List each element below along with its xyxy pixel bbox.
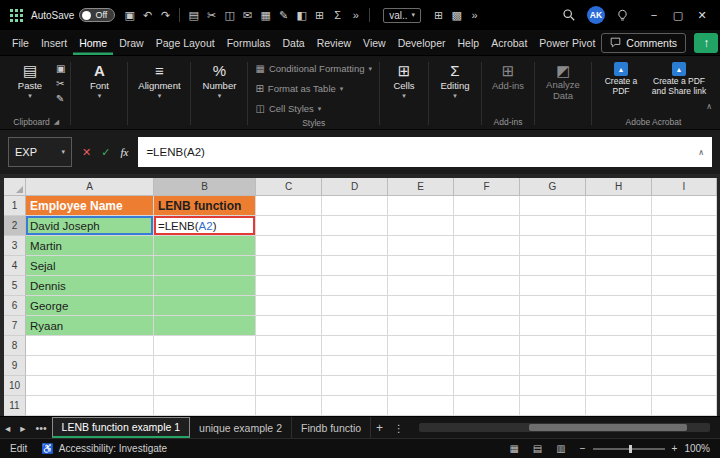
save-icon[interactable]: ▣: [121, 10, 138, 21]
format-painter-icon[interactable]: ✎: [56, 93, 65, 104]
cell-A7[interactable]: Ryaan: [26, 316, 154, 336]
cell-C10[interactable]: [256, 376, 322, 396]
ribbon-tab-power-pivot[interactable]: Power Pivot: [533, 30, 601, 55]
row-header-5[interactable]: 5: [4, 276, 26, 296]
cell-D1[interactable]: [322, 196, 388, 216]
cell-A5[interactable]: Dennis: [26, 276, 154, 296]
cell-E10[interactable]: [388, 376, 454, 396]
sheet-overflow-icon[interactable]: •••: [31, 417, 52, 438]
ribbon-tab-data[interactable]: Data: [276, 30, 310, 55]
sheet-tab-findb-functio[interactable]: Findb functio: [292, 417, 371, 438]
column-header-C[interactable]: C: [256, 178, 322, 196]
cell-F4[interactable]: [454, 256, 520, 276]
cell-G9[interactable]: [520, 356, 586, 376]
ribbon-tab-draw[interactable]: Draw: [113, 30, 150, 55]
cell-D7[interactable]: [322, 316, 388, 336]
cell-C2[interactable]: [256, 216, 322, 236]
cell-I6[interactable]: [652, 296, 717, 316]
cell-C4[interactable]: [256, 256, 322, 276]
zoom-level[interactable]: 100%: [684, 443, 710, 454]
comments-button[interactable]: Comments: [601, 33, 686, 53]
cell-B1[interactable]: LENB function: [154, 196, 256, 216]
app-launcher-icon[interactable]: [10, 9, 13, 12]
column-header-F[interactable]: F: [454, 178, 520, 196]
cell-A3[interactable]: Martin: [26, 236, 154, 256]
cell-F9[interactable]: [454, 356, 520, 376]
cell-G11[interactable]: [520, 396, 586, 416]
cell-C11[interactable]: [256, 396, 322, 416]
redo-icon[interactable]: ↷: [157, 10, 174, 21]
cell-F6[interactable]: [454, 296, 520, 316]
format-painter-icon[interactable]: ✎: [275, 10, 292, 21]
row-header-3[interactable]: 3: [4, 236, 26, 256]
sheet-nav-left-icon[interactable]: ◂: [0, 417, 15, 438]
cell-H5[interactable]: [586, 276, 652, 296]
zoom-slider[interactable]: [593, 448, 665, 450]
chart-icon[interactable]: ▦: [257, 10, 274, 21]
cell-G1[interactable]: [520, 196, 586, 216]
cell-I10[interactable]: [652, 376, 717, 396]
share-button[interactable]: ↑: [694, 33, 718, 53]
cell-A4[interactable]: Sejal: [26, 256, 154, 276]
cell-B10[interactable]: [154, 376, 256, 396]
format-as-table-button[interactable]: ⊞ Format as Table ▾: [255, 80, 343, 97]
cell-I8[interactable]: [652, 336, 717, 356]
cell-D2[interactable]: [322, 216, 388, 236]
insert-function-icon[interactable]: fx: [120, 146, 128, 158]
cell-E1[interactable]: [388, 196, 454, 216]
ribbon-tab-insert[interactable]: Insert: [35, 30, 73, 55]
cell-C6[interactable]: [256, 296, 322, 316]
cell-A11[interactable]: [26, 396, 154, 416]
column-header-D[interactable]: D: [322, 178, 388, 196]
cells-button[interactable]: ⊞ Cells ▾: [385, 60, 423, 100]
clipboard-icon[interactable]: ▣: [56, 63, 65, 74]
picture-icon[interactable]: ▩: [448, 10, 465, 21]
alignment-button[interactable]: ≡ Alignment ▾: [133, 60, 185, 100]
sheet-tab-unique-example-2[interactable]: unique example 2: [190, 417, 292, 438]
cell-D10[interactable]: [322, 376, 388, 396]
collapse-ribbon-icon[interactable]: ∧: [706, 102, 712, 111]
cell-D11[interactable]: [322, 396, 388, 416]
ribbon-tab-developer[interactable]: Developer: [392, 30, 452, 55]
sheet-menu-icon[interactable]: ⋮: [388, 417, 409, 438]
cell-C9[interactable]: [256, 356, 322, 376]
cancel-icon[interactable]: ✕: [82, 146, 91, 159]
enter-icon[interactable]: ✓: [101, 146, 110, 159]
cell-F5[interactable]: [454, 276, 520, 296]
number-button[interactable]: % Number ▾: [196, 60, 242, 100]
row-header-7[interactable]: 7: [4, 316, 26, 336]
cell-G5[interactable]: [520, 276, 586, 296]
formula-input[interactable]: =LENB(A2) ∧: [138, 137, 712, 167]
cell-C7[interactable]: [256, 316, 322, 336]
ribbon-tab-home[interactable]: Home: [73, 30, 113, 55]
cell-H10[interactable]: [586, 376, 652, 396]
cell-E4[interactable]: [388, 256, 454, 276]
cell-I2[interactable]: [652, 216, 717, 236]
row-header-2[interactable]: 2: [4, 216, 26, 236]
conditional-formatting-button[interactable]: ▦ Conditional Formatting ▾: [255, 60, 372, 77]
cell-E7[interactable]: [388, 316, 454, 336]
user-avatar[interactable]: AK: [587, 6, 605, 24]
cell-I1[interactable]: [652, 196, 717, 216]
zoom-slider-thumb[interactable]: [629, 445, 632, 453]
autosave-toggle[interactable]: AutoSave Off: [31, 8, 115, 22]
ribbon-tab-page-layout[interactable]: Page Layout: [150, 30, 221, 55]
close-button[interactable]: ✕: [692, 9, 712, 22]
cell-D6[interactable]: [322, 296, 388, 316]
undo-icon[interactable]: ↶: [139, 10, 156, 21]
cell-styles-button[interactable]: ◫ Cell Styles ▾: [255, 100, 321, 117]
cell-G3[interactable]: [520, 236, 586, 256]
cell-F7[interactable]: [454, 316, 520, 336]
cell-A2[interactable]: David Joseph: [26, 216, 154, 236]
new-sheet-button[interactable]: +: [371, 417, 388, 438]
row-header-6[interactable]: 6: [4, 296, 26, 316]
insert-table-icon[interactable]: ⊞: [430, 10, 447, 21]
cell-H2[interactable]: [586, 216, 652, 236]
table-icon[interactable]: ⊞: [311, 10, 328, 21]
cell-C5[interactable]: [256, 276, 322, 296]
cell-F1[interactable]: [454, 196, 520, 216]
row-header-11[interactable]: 11: [4, 396, 26, 416]
cell-E9[interactable]: [388, 356, 454, 376]
ribbon-tab-help[interactable]: Help: [452, 30, 486, 55]
cell-H3[interactable]: [586, 236, 652, 256]
